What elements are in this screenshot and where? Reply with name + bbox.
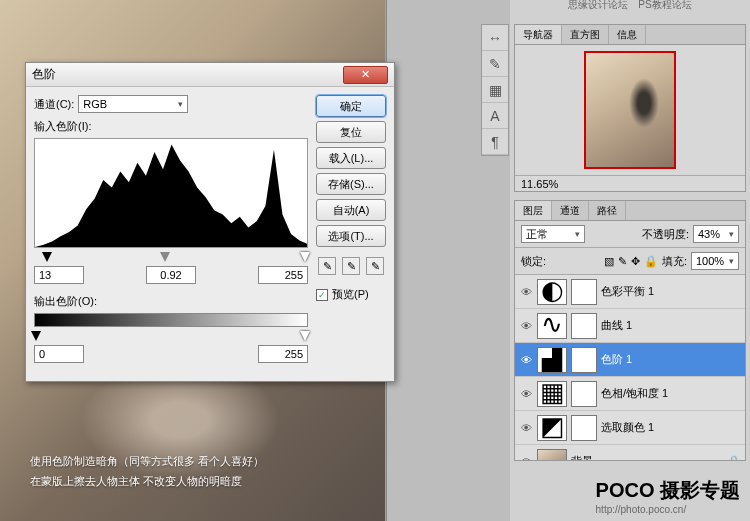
logo-main: POCO 摄影专题 <box>596 477 740 504</box>
input-white-field[interactable] <box>258 266 308 284</box>
output-black-slider[interactable] <box>31 331 41 341</box>
visibility-icon[interactable]: 👁 <box>519 421 533 435</box>
lock-label: 锁定: <box>521 254 546 269</box>
options-button[interactable]: 选项(T)... <box>316 225 386 247</box>
panels-area: 思缘设计论坛 PS教程论坛 ↔ ✎ ▦ A ¶ 导航器 直方图 信息 11.65… <box>510 0 750 521</box>
svg-text:◩: ◩ <box>540 416 565 440</box>
input-slider-track[interactable] <box>34 252 308 264</box>
preview-label: 预览(P) <box>332 287 369 302</box>
gamma-slider[interactable] <box>160 252 170 262</box>
layer-row-5[interactable]: 👁 背景 🔒 <box>515 445 745 460</box>
histogram-chart <box>35 139 307 247</box>
visibility-icon[interactable]: 👁 <box>519 387 533 401</box>
eyedropper-black-icon[interactable]: ✎ <box>318 257 336 275</box>
layer-row-4[interactable]: 👁 ◩ 选取颜色 1 <box>515 411 745 445</box>
layer-thumb[interactable]: ∿ <box>537 313 567 339</box>
preview-checkbox[interactable]: ✓ <box>316 289 328 301</box>
opacity-label: 不透明度: <box>642 227 689 242</box>
cancel-button[interactable]: 复位 <box>316 121 386 143</box>
tab-histogram[interactable]: 直方图 <box>562 25 609 44</box>
caption-line-1: 使用色阶制造暗角（同等方式很多 看个人喜好） <box>30 451 264 471</box>
layer-name: 曲线 1 <box>601 318 741 333</box>
layer-row-0[interactable]: 👁 ◐ 色彩平衡 1 <box>515 275 745 309</box>
input-gamma-field[interactable] <box>146 266 196 284</box>
output-levels-label: 输出色阶(O): <box>34 294 308 309</box>
poco-logo: POCO 摄影专题 http://photo.poco.cn/ <box>596 477 740 515</box>
layer-mask[interactable] <box>571 381 597 407</box>
blend-mode-dropdown[interactable]: 正常 <box>521 225 585 243</box>
layer-mask[interactable] <box>571 313 597 339</box>
dialog-titlebar[interactable]: 色阶 ✕ <box>26 63 394 87</box>
tool-paragraph-icon[interactable]: ¶ <box>482 129 508 155</box>
output-slider-track[interactable] <box>34 331 308 343</box>
tab-channels[interactable]: 通道 <box>552 201 589 220</box>
output-white-field[interactable] <box>258 345 308 363</box>
tab-paths[interactable]: 路径 <box>589 201 626 220</box>
navigator-thumbnail[interactable] <box>584 51 676 169</box>
layer-mask[interactable] <box>571 415 597 441</box>
visibility-icon[interactable]: 👁 <box>519 319 533 333</box>
tool-type-icon[interactable]: A <box>482 103 508 129</box>
dialog-title: 色阶 <box>32 66 343 83</box>
visibility-icon[interactable]: 👁 <box>519 455 533 461</box>
levels-dialog: 色阶 ✕ 通道(C): RGB 输入色阶(I): <box>25 62 395 382</box>
output-white-slider[interactable] <box>300 331 310 341</box>
lock-all-icon[interactable]: 🔒 <box>644 255 658 268</box>
layer-thumb[interactable]: ◐ <box>537 279 567 305</box>
opacity-field[interactable]: 43% <box>693 225 739 243</box>
lock-icon: 🔒 <box>727 455 741 460</box>
visibility-icon[interactable]: 👁 <box>519 353 533 367</box>
watermark-text: 思缘设计论坛 PS教程论坛 <box>568 0 691 12</box>
auto-button[interactable]: 自动(A) <box>316 199 386 221</box>
lock-paint-icon[interactable]: ✎ <box>618 255 627 268</box>
svg-text:▟: ▟ <box>541 348 563 372</box>
layer-mask[interactable] <box>571 347 597 373</box>
save-button[interactable]: 存储(S)... <box>316 173 386 195</box>
ok-button[interactable]: 确定 <box>316 95 386 117</box>
layer-name: 背景 <box>571 454 723 460</box>
layer-row-3[interactable]: 👁 ▦ 色相/饱和度 1 <box>515 377 745 411</box>
fill-field[interactable]: 100% <box>691 252 739 270</box>
eyedropper-white-icon[interactable]: ✎ <box>366 257 384 275</box>
layer-thumb[interactable]: ◩ <box>537 415 567 441</box>
layer-thumb[interactable]: ▦ <box>537 381 567 407</box>
tool-arrow-icon[interactable]: ↔ <box>482 25 508 51</box>
fill-label: 填充: <box>662 254 687 269</box>
tool-strip: ↔ ✎ ▦ A ¶ <box>481 24 509 156</box>
lock-transparent-icon[interactable]: ▧ <box>604 255 614 268</box>
layer-mask[interactable] <box>571 279 597 305</box>
tab-info[interactable]: 信息 <box>609 25 646 44</box>
zoom-value[interactable]: 11.65% <box>521 178 558 190</box>
channel-label: 通道(C): <box>34 97 74 112</box>
visibility-icon[interactable]: 👁 <box>519 285 533 299</box>
layer-name: 色阶 1 <box>601 352 741 367</box>
load-button[interactable]: 载入(L)... <box>316 147 386 169</box>
input-black-field[interactable] <box>34 266 84 284</box>
eyedropper-gray-icon[interactable]: ✎ <box>342 257 360 275</box>
white-point-slider[interactable] <box>300 252 310 262</box>
channel-dropdown[interactable]: RGB <box>78 95 188 113</box>
tool-brush-icon[interactable]: ✎ <box>482 51 508 77</box>
caption-line-2: 在蒙版上擦去人物主体 不改变人物的明暗度 <box>30 471 264 491</box>
layer-thumb[interactable] <box>537 449 567 461</box>
svg-text:◐: ◐ <box>541 280 564 304</box>
svg-text:∿: ∿ <box>541 314 563 338</box>
svg-marker-0 <box>35 144 307 247</box>
layer-name: 色相/饱和度 1 <box>601 386 741 401</box>
output-gradient <box>34 313 308 327</box>
layer-thumb[interactable]: ▟ <box>537 347 567 373</box>
layer-name: 选取颜色 1 <box>601 420 741 435</box>
tab-layers[interactable]: 图层 <box>515 201 552 220</box>
layer-list: 👁 ◐ 色彩平衡 1 👁 ∿ 曲线 1 👁 ▟ 色阶 1 👁 ▦ 色相/饱和度 … <box>515 275 745 460</box>
layers-panel: 图层 通道 路径 正常 不透明度: 43% 锁定: ▧ ✎ ✥ 🔒 填充: 10… <box>514 200 746 461</box>
navigator-panel: 导航器 直方图 信息 11.65% <box>514 24 746 192</box>
tool-swatch-icon[interactable]: ▦ <box>482 77 508 103</box>
layer-name: 色彩平衡 1 <box>601 284 741 299</box>
lock-move-icon[interactable]: ✥ <box>631 255 640 268</box>
tab-navigator[interactable]: 导航器 <box>515 25 562 44</box>
close-button[interactable]: ✕ <box>343 66 388 84</box>
black-point-slider[interactable] <box>42 252 52 262</box>
layer-row-1[interactable]: 👁 ∿ 曲线 1 <box>515 309 745 343</box>
output-black-field[interactable] <box>34 345 84 363</box>
layer-row-2[interactable]: 👁 ▟ 色阶 1 <box>515 343 745 377</box>
